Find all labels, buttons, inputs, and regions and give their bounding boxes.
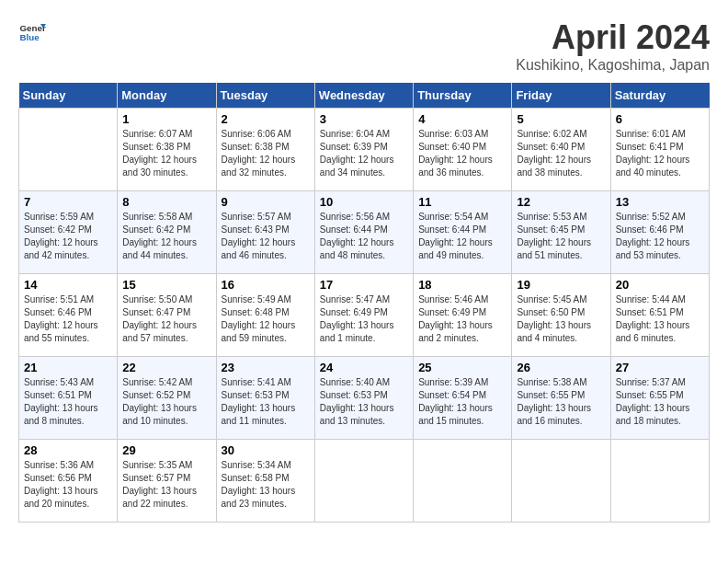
calendar-header-row: SundayMondayTuesdayWednesdayThursdayFrid… bbox=[19, 83, 710, 109]
day-info: Sunrise: 5:47 AM Sunset: 6:49 PM Dayligh… bbox=[320, 293, 408, 345]
day-info: Sunrise: 5:52 AM Sunset: 6:46 PM Dayligh… bbox=[616, 211, 704, 262]
day-number: 28 bbox=[24, 443, 112, 457]
day-number: 20 bbox=[616, 278, 704, 292]
calendar-cell: 16Sunrise: 5:49 AM Sunset: 6:48 PM Dayli… bbox=[216, 274, 314, 357]
day-info: Sunrise: 5:36 AM Sunset: 6:56 PM Dayligh… bbox=[24, 459, 112, 511]
calendar-cell: 11Sunrise: 5:54 AM Sunset: 6:44 PM Dayli… bbox=[414, 191, 512, 274]
logo-icon: General Blue bbox=[18, 18, 46, 46]
header: General Blue April 2024 Kushikino, Kagos… bbox=[18, 18, 710, 74]
calendar-cell: 24Sunrise: 5:40 AM Sunset: 6:53 PM Dayli… bbox=[314, 357, 413, 440]
calendar-week-row: 14Sunrise: 5:51 AM Sunset: 6:46 PM Dayli… bbox=[19, 274, 710, 357]
day-number: 26 bbox=[517, 361, 605, 374]
calendar-cell: 9Sunrise: 5:57 AM Sunset: 6:43 PM Daylig… bbox=[216, 191, 314, 274]
day-info: Sunrise: 5:41 AM Sunset: 6:53 PM Dayligh… bbox=[222, 376, 310, 428]
calendar-cell: 23Sunrise: 5:41 AM Sunset: 6:53 PM Dayli… bbox=[216, 357, 314, 440]
day-info: Sunrise: 5:54 AM Sunset: 6:44 PM Dayligh… bbox=[418, 211, 506, 262]
day-number: 6 bbox=[616, 112, 704, 126]
calendar-cell: 1Sunrise: 6:07 AM Sunset: 6:38 PM Daylig… bbox=[118, 109, 216, 191]
day-info: Sunrise: 5:38 AM Sunset: 6:55 PM Dayligh… bbox=[517, 376, 605, 428]
day-number: 5 bbox=[517, 112, 605, 126]
day-info: Sunrise: 5:40 AM Sunset: 6:53 PM Dayligh… bbox=[320, 376, 408, 428]
day-info: Sunrise: 5:46 AM Sunset: 6:49 PM Dayligh… bbox=[418, 293, 506, 345]
day-of-week-header: Tuesday bbox=[216, 83, 314, 109]
calendar-cell bbox=[314, 440, 413, 523]
day-info: Sunrise: 5:51 AM Sunset: 6:46 PM Dayligh… bbox=[24, 293, 112, 345]
day-info: Sunrise: 5:56 AM Sunset: 6:44 PM Dayligh… bbox=[320, 211, 408, 262]
svg-text:Blue: Blue bbox=[20, 32, 40, 42]
calendar-cell: 22Sunrise: 5:42 AM Sunset: 6:52 PM Dayli… bbox=[118, 357, 216, 440]
day-number: 16 bbox=[222, 278, 310, 292]
day-info: Sunrise: 5:39 AM Sunset: 6:54 PM Dayligh… bbox=[418, 376, 506, 428]
day-info: Sunrise: 5:35 AM Sunset: 6:57 PM Dayligh… bbox=[122, 459, 210, 511]
day-number: 25 bbox=[418, 361, 506, 374]
calendar-cell bbox=[19, 109, 118, 191]
calendar-cell bbox=[610, 440, 709, 523]
day-number: 2 bbox=[222, 112, 310, 126]
day-number: 17 bbox=[320, 278, 408, 292]
day-number: 11 bbox=[418, 195, 506, 209]
day-number: 21 bbox=[24, 361, 112, 374]
calendar-week-row: 1Sunrise: 6:07 AM Sunset: 6:38 PM Daylig… bbox=[19, 109, 710, 191]
calendar-cell bbox=[414, 440, 512, 523]
logo: General Blue bbox=[18, 18, 46, 46]
calendar-cell: 21Sunrise: 5:43 AM Sunset: 6:51 PM Dayli… bbox=[19, 357, 118, 440]
calendar-cell: 30Sunrise: 5:34 AM Sunset: 6:58 PM Dayli… bbox=[216, 440, 314, 523]
day-info: Sunrise: 6:04 AM Sunset: 6:39 PM Dayligh… bbox=[320, 128, 408, 179]
day-number: 12 bbox=[517, 195, 605, 209]
day-number: 3 bbox=[320, 112, 408, 126]
day-info: Sunrise: 5:34 AM Sunset: 6:58 PM Dayligh… bbox=[222, 459, 310, 511]
day-info: Sunrise: 5:49 AM Sunset: 6:48 PM Dayligh… bbox=[222, 293, 310, 345]
day-number: 24 bbox=[320, 361, 408, 374]
location-title: Kushikino, Kagoshima, Japan bbox=[516, 57, 710, 74]
calendar-cell: 20Sunrise: 5:44 AM Sunset: 6:51 PM Dayli… bbox=[610, 274, 709, 357]
calendar-cell: 7Sunrise: 5:59 AM Sunset: 6:42 PM Daylig… bbox=[19, 191, 118, 274]
calendar-cell: 19Sunrise: 5:45 AM Sunset: 6:50 PM Dayli… bbox=[512, 274, 610, 357]
day-of-week-header: Wednesday bbox=[314, 83, 413, 109]
calendar-cell: 18Sunrise: 5:46 AM Sunset: 6:49 PM Dayli… bbox=[414, 274, 512, 357]
day-info: Sunrise: 5:58 AM Sunset: 6:42 PM Dayligh… bbox=[122, 211, 210, 262]
day-of-week-header: Sunday bbox=[19, 83, 118, 109]
calendar-cell: 27Sunrise: 5:37 AM Sunset: 6:55 PM Dayli… bbox=[610, 357, 709, 440]
day-info: Sunrise: 5:45 AM Sunset: 6:50 PM Dayligh… bbox=[517, 293, 605, 345]
day-info: Sunrise: 5:37 AM Sunset: 6:55 PM Dayligh… bbox=[616, 376, 704, 428]
day-number: 15 bbox=[122, 278, 210, 292]
calendar-cell: 26Sunrise: 5:38 AM Sunset: 6:55 PM Dayli… bbox=[512, 357, 610, 440]
day-info: Sunrise: 6:07 AM Sunset: 6:38 PM Dayligh… bbox=[122, 128, 210, 179]
calendar-cell: 10Sunrise: 5:56 AM Sunset: 6:44 PM Dayli… bbox=[314, 191, 413, 274]
day-number: 18 bbox=[418, 278, 506, 292]
day-number: 13 bbox=[616, 195, 704, 209]
calendar-cell: 14Sunrise: 5:51 AM Sunset: 6:46 PM Dayli… bbox=[19, 274, 118, 357]
day-info: Sunrise: 5:43 AM Sunset: 6:51 PM Dayligh… bbox=[24, 376, 112, 428]
calendar-cell: 28Sunrise: 5:36 AM Sunset: 6:56 PM Dayli… bbox=[19, 440, 118, 523]
day-of-week-header: Thursday bbox=[414, 83, 512, 109]
calendar-week-row: 28Sunrise: 5:36 AM Sunset: 6:56 PM Dayli… bbox=[19, 440, 710, 523]
day-of-week-header: Saturday bbox=[610, 83, 709, 109]
day-info: Sunrise: 5:44 AM Sunset: 6:51 PM Dayligh… bbox=[616, 293, 704, 345]
day-info: Sunrise: 6:01 AM Sunset: 6:41 PM Dayligh… bbox=[616, 128, 704, 179]
calendar-cell: 5Sunrise: 6:02 AM Sunset: 6:40 PM Daylig… bbox=[512, 109, 610, 191]
day-number: 23 bbox=[222, 361, 310, 374]
title-section: April 2024 Kushikino, Kagoshima, Japan bbox=[516, 18, 710, 74]
day-number: 8 bbox=[122, 195, 210, 209]
day-number: 7 bbox=[24, 195, 112, 209]
day-number: 22 bbox=[122, 361, 210, 374]
calendar-table: SundayMondayTuesdayWednesdayThursdayFrid… bbox=[18, 83, 710, 523]
day-number: 9 bbox=[222, 195, 310, 209]
calendar-cell: 2Sunrise: 6:06 AM Sunset: 6:38 PM Daylig… bbox=[216, 109, 314, 191]
day-number: 30 bbox=[222, 443, 310, 457]
calendar-cell bbox=[512, 440, 610, 523]
day-of-week-header: Friday bbox=[512, 83, 610, 109]
day-number: 4 bbox=[418, 112, 506, 126]
day-of-week-header: Monday bbox=[118, 83, 216, 109]
day-number: 14 bbox=[24, 278, 112, 292]
day-number: 27 bbox=[616, 361, 704, 374]
calendar-cell: 3Sunrise: 6:04 AM Sunset: 6:39 PM Daylig… bbox=[314, 109, 413, 191]
calendar-cell: 8Sunrise: 5:58 AM Sunset: 6:42 PM Daylig… bbox=[118, 191, 216, 274]
calendar-cell: 13Sunrise: 5:52 AM Sunset: 6:46 PM Dayli… bbox=[610, 191, 709, 274]
day-number: 19 bbox=[517, 278, 605, 292]
calendar-cell: 12Sunrise: 5:53 AM Sunset: 6:45 PM Dayli… bbox=[512, 191, 610, 274]
day-info: Sunrise: 5:57 AM Sunset: 6:43 PM Dayligh… bbox=[222, 211, 310, 262]
calendar-cell: 6Sunrise: 6:01 AM Sunset: 6:41 PM Daylig… bbox=[610, 109, 709, 191]
calendar-cell: 17Sunrise: 5:47 AM Sunset: 6:49 PM Dayli… bbox=[314, 274, 413, 357]
day-info: Sunrise: 6:06 AM Sunset: 6:38 PM Dayligh… bbox=[222, 128, 310, 179]
